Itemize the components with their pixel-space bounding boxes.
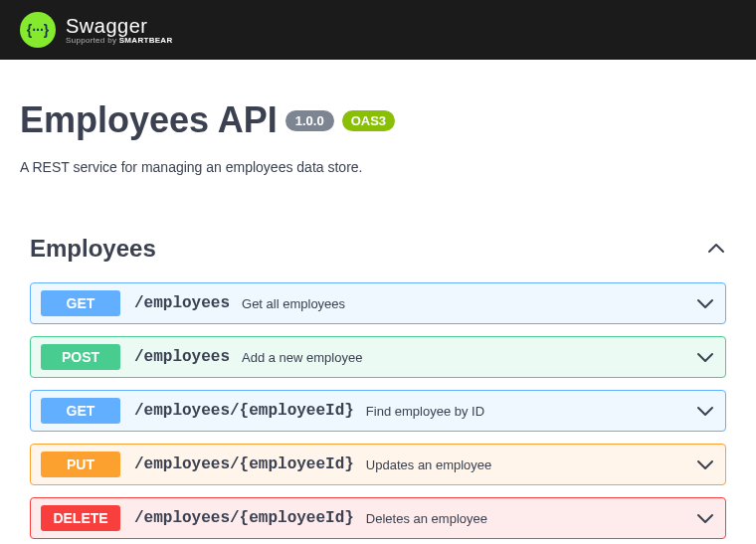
brand-text-group: Swagger Supported by SMARTBEAR <box>66 15 173 46</box>
app-header: {···} Swagger Supported by SMARTBEAR <box>0 0 756 60</box>
api-title: Employees API <box>20 99 278 141</box>
supported-prefix: Supported by <box>66 36 119 45</box>
brand-logo[interactable]: {···} Swagger Supported by SMARTBEAR <box>20 12 173 48</box>
tag-title: Employees <box>30 235 156 263</box>
chevron-down-icon <box>695 401 715 421</box>
operation-summary: Get all employees <box>242 296 695 311</box>
oas-badge: OAS3 <box>342 110 395 131</box>
api-description: A REST service for managing an employees… <box>20 159 736 175</box>
operation-row[interactable]: GET/employeesGet all employees <box>30 282 726 324</box>
tag-section: Employees GET/employeesGet all employees… <box>20 225 736 539</box>
version-badge: 1.0.0 <box>285 110 334 131</box>
operation-summary: Deletes an employee <box>366 511 695 526</box>
operation-row[interactable]: PUT/employees/{employeeId}Updates an emp… <box>30 444 726 485</box>
chevron-down-icon <box>695 347 715 367</box>
chevron-down-icon <box>695 508 715 528</box>
chevron-up-icon <box>706 239 726 259</box>
operation-row[interactable]: POST/employeesAdd a new employee <box>30 336 726 378</box>
operation-path: /employees <box>134 348 230 366</box>
operation-summary: Add a new employee <box>242 350 695 365</box>
operation-path: /employees <box>134 294 230 312</box>
chevron-down-icon <box>695 454 715 474</box>
swagger-logo-icon: {···} <box>20 12 56 48</box>
brand-subtext: Supported by SMARTBEAR <box>66 37 173 46</box>
operation-path: /employees/{employeeId} <box>134 455 354 473</box>
operation-summary: Updates an employee <box>366 457 695 472</box>
operation-summary: Find employee by ID <box>366 404 695 419</box>
chevron-down-icon <box>695 293 715 313</box>
method-badge: PUT <box>41 452 120 477</box>
method-badge: DELETE <box>41 505 120 531</box>
method-badge: GET <box>41 290 120 316</box>
method-badge: POST <box>41 344 120 370</box>
title-row: Employees API 1.0.0 OAS3 <box>20 99 736 141</box>
operation-row[interactable]: GET/employees/{employeeId}Find employee … <box>30 390 726 432</box>
operation-path: /employees/{employeeId} <box>134 402 354 420</box>
operation-row[interactable]: DELETE/employees/{employeeId}Deletes an … <box>30 497 726 539</box>
content-area: Employees API 1.0.0 OAS3 A REST service … <box>0 60 756 544</box>
operation-path: /employees/{employeeId} <box>134 509 354 527</box>
tag-header[interactable]: Employees <box>30 225 726 272</box>
method-badge: GET <box>41 398 120 424</box>
operations-list: GET/employeesGet all employeesPOST/emplo… <box>30 282 726 539</box>
supported-brand: SMARTBEAR <box>119 36 173 45</box>
brand-name: Swagger <box>66 15 173 37</box>
